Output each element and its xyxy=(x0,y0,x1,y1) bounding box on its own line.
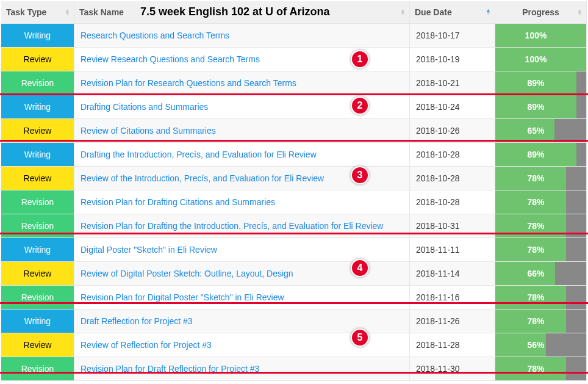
task-name-cell: Revision Plan for Digital Poster "Sketch… xyxy=(74,286,410,310)
progress-label: 78% xyxy=(490,364,581,374)
task-type-cell: Revision xyxy=(1,190,74,214)
task-name-link[interactable]: Drafting the Introduction, Precís, and E… xyxy=(81,150,317,159)
progress-label: 56% xyxy=(490,340,581,350)
progress-bar: 78% xyxy=(495,310,586,333)
task-name-cell: Revision Plan for Research Questions and… xyxy=(74,71,410,95)
due-date-cell: 2018-11-28 xyxy=(410,333,495,357)
task-type-cell: Review xyxy=(1,262,74,286)
progress-cell: 65% xyxy=(495,119,587,143)
task-name-link[interactable]: Review of Reflection for Project #3 xyxy=(81,340,212,350)
task-type-badge: Review xyxy=(1,333,74,357)
due-date-cell: 2018-10-26 xyxy=(410,119,495,143)
task-name-link[interactable]: Review of Digital Poster Sketch: Outline… xyxy=(81,269,293,278)
task-type-badge: Writing xyxy=(1,95,74,118)
task-type-badge: Revision xyxy=(1,190,74,214)
task-type-badge: Writing xyxy=(1,238,74,261)
progress-cell: 78% xyxy=(495,167,587,190)
progress-label: 100% xyxy=(490,31,581,40)
table-row: RevisionRevision Plan for Drafting the I… xyxy=(1,214,587,238)
progress-cell: 78% xyxy=(495,190,587,214)
progress-label: 100% xyxy=(490,54,581,64)
progress-cell: 89% xyxy=(495,95,587,119)
table-row: WritingResearch Questions and Search Ter… xyxy=(1,24,587,48)
task-name-link[interactable]: Drafting Citations and Summaries xyxy=(81,102,208,112)
header-task-type[interactable]: Task Type ▲▼ xyxy=(1,1,74,24)
task-name-cell: Drafting Citations and Summaries xyxy=(74,95,410,119)
task-name-cell: Drafting the Introduction, Precís, and E… xyxy=(74,143,410,167)
progress-label: 89% xyxy=(490,78,581,88)
task-type-badge: Revision xyxy=(1,357,74,380)
task-name-cell: Draft Reflection for Project #3 xyxy=(74,310,410,333)
due-date-cell: 2018-11-16 xyxy=(410,286,495,310)
table-row: ReviewReview of Reflection for Project #… xyxy=(1,333,587,357)
task-type-cell: Writing xyxy=(1,238,74,262)
due-date-cell: 2018-11-30 xyxy=(410,357,495,381)
task-table-body: WritingResearch Questions and Search Ter… xyxy=(1,24,587,381)
progress-cell: 78% xyxy=(495,357,587,381)
task-type-badge: Review xyxy=(1,167,74,190)
header-due-date-label: Due Date xyxy=(415,7,452,17)
table-row: WritingDrafting the Introduction, Precís… xyxy=(1,143,587,167)
task-name-link[interactable]: Revision Plan for Drafting the Introduct… xyxy=(81,221,383,231)
progress-bar: 100% xyxy=(495,48,586,71)
sort-due[interactable]: ▲▼ xyxy=(486,9,491,15)
task-type-badge: Review xyxy=(1,119,74,142)
task-name-link[interactable]: Research Questions and Search Terms xyxy=(81,31,229,40)
header-progress-label: Progress xyxy=(522,7,559,17)
task-type-cell: Review xyxy=(1,167,74,190)
task-type-badge: Writing xyxy=(1,143,74,166)
progress-bar: 100% xyxy=(495,24,586,47)
due-date-cell: 2018-10-17 xyxy=(410,24,495,48)
progress-bar: 78% xyxy=(495,167,586,190)
progress-cell: 66% xyxy=(495,262,587,286)
task-type-badge: Review xyxy=(1,262,74,285)
progress-label: 65% xyxy=(490,126,581,136)
due-date-cell: 2018-11-14 xyxy=(410,262,495,286)
sort-name[interactable]: ▲▼ xyxy=(400,9,406,15)
task-name-cell: Review of Citations and Summaries xyxy=(74,119,410,143)
progress-label: 78% xyxy=(490,197,581,207)
table-row: RevisionRevision Plan for Drafting Citat… xyxy=(1,190,587,214)
table-row: WritingDrafting Citations and Summaries2… xyxy=(1,95,587,119)
task-name-link[interactable]: Review of the Introduction, Precís, and … xyxy=(81,173,324,183)
table-row: WritingDraft Reflection for Project #320… xyxy=(1,310,587,333)
table-row: WritingDigital Poster "Sketch" in Eli Re… xyxy=(1,238,587,262)
table-row: ReviewReview of Digital Poster Sketch: O… xyxy=(1,262,587,286)
task-name-cell: Digital Poster "Sketch" in Eli Review xyxy=(74,238,410,262)
task-name-link[interactable]: Revision Plan for Digital Poster "Sketch… xyxy=(81,292,284,302)
progress-label: 78% xyxy=(490,245,581,255)
task-type-cell: Revision xyxy=(1,71,74,95)
task-name-link[interactable]: Revision Plan for Drafting Citations and… xyxy=(81,197,275,207)
progress-bar: 78% xyxy=(495,286,586,309)
task-type-badge: Writing xyxy=(1,310,74,333)
progress-bar: 78% xyxy=(495,190,586,214)
header-due-date[interactable]: Due Date ▲▼ xyxy=(410,1,495,24)
due-date-cell: 2018-10-24 xyxy=(410,95,495,119)
progress-cell: 78% xyxy=(495,310,587,333)
task-name-cell: Revision Plan for Drafting the Introduct… xyxy=(74,214,410,238)
task-name-link[interactable]: Revision Plan for Research Questions and… xyxy=(81,78,296,88)
due-date-cell: 2018-10-31 xyxy=(410,214,495,238)
progress-label: 89% xyxy=(490,150,581,159)
task-type-cell: Writing xyxy=(1,310,74,333)
progress-bar: 65% xyxy=(495,119,586,142)
header-task-name[interactable]: Task Name ▲▼ xyxy=(74,1,410,24)
task-name-link[interactable]: Digital Poster "Sketch" in Eli Review xyxy=(81,245,217,255)
task-type-cell: Revision xyxy=(1,357,74,381)
task-name-link[interactable]: Review Research Questions and Search Ter… xyxy=(81,54,260,64)
task-name-cell: Research Questions and Search Terms xyxy=(74,24,410,48)
progress-label: 78% xyxy=(490,173,581,183)
task-table: Task Type ▲▼ Task Name ▲▼ Due Date ▲▼ Pr… xyxy=(1,1,587,381)
progress-cell: 89% xyxy=(495,143,587,167)
task-name-link[interactable]: Draft Reflection for Project #3 xyxy=(81,316,193,326)
task-name-link[interactable]: Revision Plan for Draft Reflection for P… xyxy=(81,364,259,374)
header-progress[interactable]: Progress ▲▼ xyxy=(495,1,587,24)
header-task-name-label: Task Name xyxy=(79,7,124,17)
progress-bar: 78% xyxy=(495,357,586,380)
sort-type[interactable]: ▲▼ xyxy=(65,9,70,15)
task-name-link[interactable]: Review of Citations and Summaries xyxy=(81,126,216,136)
due-date-cell: 2018-10-28 xyxy=(410,143,495,167)
task-type-cell: Review xyxy=(1,119,74,143)
progress-bar: 78% xyxy=(495,238,586,261)
sort-progress[interactable]: ▲▼ xyxy=(577,9,583,15)
